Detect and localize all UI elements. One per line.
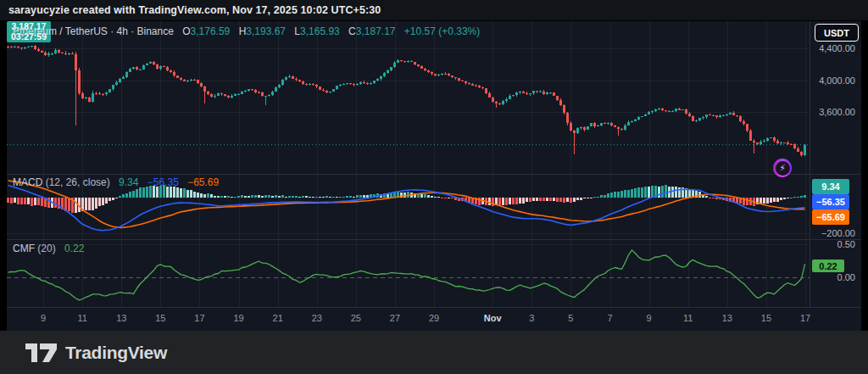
attribution-text: sarayucyzie created with TradingView.com… (8, 4, 381, 16)
cmf-value-badge: 0.22 (812, 260, 844, 272)
tradingview-logo-text[interactable]: TradingView (65, 343, 167, 363)
macd-value-badge: 9.34 (812, 179, 849, 194)
time-axis-label[interactable]: 13 (722, 313, 732, 323)
time-axis-label[interactable]: 5 (568, 313, 573, 323)
attribution-bar: sarayucyzie created with TradingView.com… (0, 0, 868, 21)
cmf-params: (20) (37, 243, 55, 254)
macd-title[interactable]: MACD (13, 176, 42, 188)
time-axis-label[interactable]: 9 (41, 313, 46, 323)
time-axis-label[interactable]: 17 (194, 313, 204, 323)
time-axis-label[interactable]: 19 (233, 313, 243, 323)
lightning-icon: ⚡ (776, 161, 790, 176)
change-value: +10.57 (+0.33%) (404, 25, 480, 37)
time-axis-label[interactable]: 23 (312, 313, 322, 323)
time-axis-label[interactable]: Nov (484, 313, 502, 323)
currency-button[interactable]: USDT (815, 24, 859, 42)
time-axis-label[interactable]: 27 (390, 313, 400, 323)
main-legend: Ethereum / TetherUS · 4h · Binance O3,17… (13, 25, 480, 37)
macd-axis-label: −200.00 (810, 228, 855, 238)
macd-signal-value: −65.69 (187, 176, 219, 188)
cmf-value: 0.22 (64, 243, 84, 254)
price-axis-label: 4,400.00 (810, 43, 855, 53)
time-axis-label[interactable]: 7 (607, 313, 612, 323)
symbol-title[interactable]: Ethereum / TetherUS · 4h · Binance (13, 25, 174, 37)
flash-icon[interactable]: ⚡ (773, 159, 792, 177)
time-axis-label[interactable]: 21 (273, 313, 283, 323)
time-axis-label[interactable]: 17 (800, 313, 810, 323)
tradingview-logo-icon[interactable] (25, 343, 58, 363)
high-value: 3,193.67 (246, 25, 286, 37)
low-value: 3,165.93 (300, 25, 340, 37)
close-label: C (348, 25, 356, 37)
macd-value-badge: −65.69 (812, 209, 849, 225)
time-axis-label[interactable]: 15 (761, 313, 771, 323)
time-axis-label[interactable]: 15 (155, 313, 165, 323)
high-label: H (239, 25, 247, 37)
time-axis-label[interactable]: 9 (647, 313, 652, 323)
price-axis-divider (810, 21, 810, 307)
pane-divider-macd[interactable] (7, 174, 861, 175)
time-axis-label[interactable]: 11 (77, 313, 86, 323)
close-value: 3,187.17 (356, 25, 396, 37)
time-axis-label[interactable]: 3 (529, 313, 534, 323)
macd-line-value: −56.35 (147, 176, 179, 188)
macd-params: (12, 26, close) (46, 176, 110, 188)
chart-widget[interactable]: Ethereum / TetherUS · 4h · Binance O3,17… (7, 21, 861, 331)
time-axis-divider (7, 307, 861, 308)
macd-hist-value: 9.34 (119, 176, 138, 188)
macd-value-badge: −56.35 (812, 194, 849, 209)
bottom-strip: TradingView (0, 331, 868, 374)
price-axis-label: 3,600.00 (810, 107, 855, 117)
price-axis-label: 4,000.00 (810, 75, 855, 86)
open-label: O (182, 25, 190, 37)
time-axis-label[interactable]: 29 (429, 313, 439, 323)
cmf-axis-label: 0.00 (810, 272, 855, 282)
open-value: 3,176.59 (191, 25, 231, 37)
cmf-legend: CMF (20) 0.22 (13, 243, 84, 254)
pane-divider-cmf[interactable] (7, 239, 861, 240)
time-axis-label[interactable]: 11 (683, 313, 693, 323)
time-axis-label[interactable]: 13 (116, 313, 126, 323)
time-axis-label[interactable]: 25 (351, 313, 361, 323)
cmf-title[interactable]: CMF (13, 243, 35, 254)
macd-legend: MACD (12, 26, close) 9.34 −56.35 −65.69 (13, 176, 219, 188)
cmf-axis-label: 0.50 (810, 239, 855, 249)
